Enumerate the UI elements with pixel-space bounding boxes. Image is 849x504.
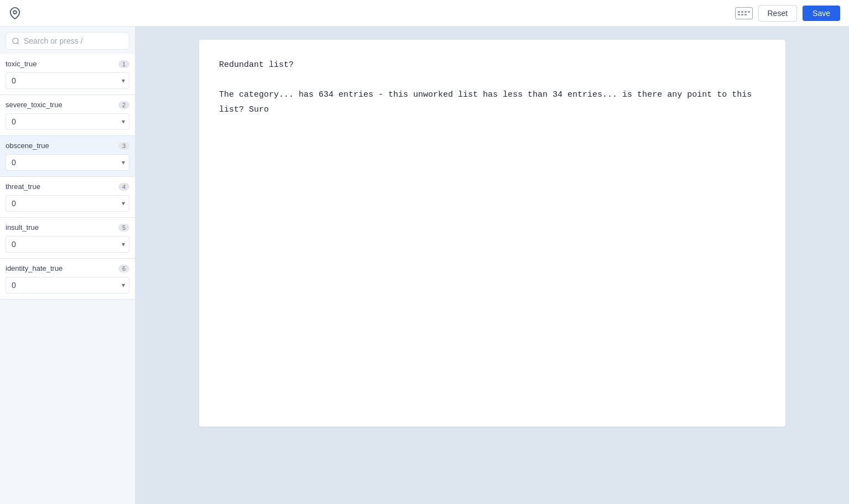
header-left	[9, 7, 21, 19]
location-pin-icon	[9, 7, 21, 19]
field-name-obscene_true: obscene_true	[6, 141, 49, 150]
reset-button[interactable]: Reset	[758, 5, 798, 22]
field-item-threat_true: threat_true401▾	[0, 177, 135, 218]
sidebar: toxic_true101▾severe_toxic_true201▾obsce…	[0, 27, 136, 504]
search-box[interactable]	[6, 32, 129, 50]
fields-list: toxic_true101▾severe_toxic_true201▾obsce…	[0, 54, 135, 300]
field-header-severe_toxic_true: severe_toxic_true2	[6, 101, 129, 109]
header-right: Reset Save	[735, 5, 841, 22]
field-select-insult_true[interactable]: 01	[6, 236, 129, 253]
field-select-toxic_true[interactable]: 01	[6, 72, 129, 89]
field-select-wrapper-toxic_true: 01▾	[6, 72, 129, 89]
text-content: Redundant list? The category... has 634 …	[219, 57, 765, 117]
field-name-severe_toxic_true: severe_toxic_true	[6, 101, 62, 109]
field-select-identity_hate_true[interactable]: 01	[6, 277, 129, 293]
field-name-identity_hate_true: identity_hate_true	[6, 264, 62, 272]
search-input[interactable]	[24, 36, 123, 45]
field-header-obscene_true: obscene_true3	[6, 141, 129, 150]
field-header-insult_true: insult_true5	[6, 223, 129, 232]
field-header-toxic_true: toxic_true1	[6, 60, 129, 68]
field-select-obscene_true[interactable]: 01	[6, 154, 129, 171]
main-layout: toxic_true101▾severe_toxic_true201▾obsce…	[0, 27, 849, 504]
field-select-wrapper-insult_true: 01▾	[6, 236, 129, 253]
field-select-wrapper-obscene_true: 01▾	[6, 154, 129, 171]
field-select-wrapper-severe_toxic_true: 01▾	[6, 113, 129, 130]
save-button[interactable]: Save	[803, 6, 840, 21]
svg-point-0	[13, 11, 17, 14]
app-header: Reset Save	[0, 0, 849, 27]
field-badge-obscene_true: 3	[118, 142, 129, 150]
field-name-insult_true: insult_true	[6, 223, 39, 232]
main-content: Redundant list? The category... has 634 …	[136, 27, 849, 504]
field-name-toxic_true: toxic_true	[6, 60, 37, 68]
field-item-insult_true: insult_true501▾	[0, 218, 135, 259]
field-select-wrapper-threat_true: 01▾	[6, 195, 129, 212]
field-item-toxic_true: toxic_true101▾	[0, 54, 135, 95]
field-select-severe_toxic_true[interactable]: 01	[6, 113, 129, 130]
field-item-obscene_true: obscene_true301▾	[0, 136, 135, 177]
text-card: Redundant list? The category... has 634 …	[199, 40, 785, 427]
field-badge-identity_hate_true: 6	[118, 265, 129, 272]
field-name-threat_true: threat_true	[6, 182, 40, 191]
field-header-identity_hate_true: identity_hate_true6	[6, 264, 129, 272]
field-header-threat_true: threat_true4	[6, 182, 129, 191]
field-badge-severe_toxic_true: 2	[118, 101, 129, 109]
field-badge-insult_true: 5	[118, 224, 129, 232]
svg-line-2	[17, 43, 19, 44]
field-item-severe_toxic_true: severe_toxic_true201▾	[0, 95, 135, 136]
keyboard-icon	[735, 7, 753, 19]
field-badge-threat_true: 4	[118, 183, 129, 191]
field-select-threat_true[interactable]: 01	[6, 195, 129, 212]
field-select-wrapper-identity_hate_true: 01▾	[6, 277, 129, 293]
field-badge-toxic_true: 1	[118, 60, 129, 68]
field-item-identity_hate_true: identity_hate_true601▾	[0, 259, 135, 300]
search-icon	[12, 37, 20, 45]
